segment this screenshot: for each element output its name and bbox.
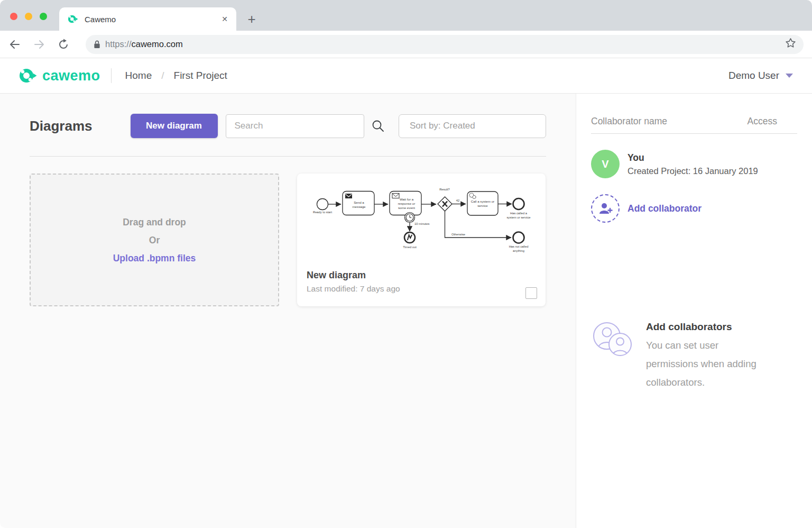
info-text-line2: permissions when adding: [646, 354, 783, 373]
close-window-button[interactable]: [10, 13, 17, 20]
titlebar: Cawemo ✕ +: [0, 0, 812, 31]
new-tab-button[interactable]: +: [242, 7, 261, 31]
diagram-card-checkbox[interactable]: [525, 287, 537, 299]
diagram-list: Drag and drop Or Upload .bpmn files Rea: [30, 174, 546, 306]
cawemo-favicon-icon: [68, 14, 78, 24]
bpmn-start-label: Ready to start: [313, 211, 332, 214]
toolbar-divider: [30, 156, 546, 157]
bpmn-task-send-label2: message: [352, 205, 366, 208]
user-menu[interactable]: Demo User: [728, 70, 793, 81]
bpmn-thumbnail: Ready to start Send a message Wait: [297, 174, 546, 266]
access-header: Access: [748, 116, 797, 127]
bpmn-start-event: [317, 199, 328, 210]
bpmn-task-call-label1: Call a system or: [471, 199, 494, 203]
sort-select[interactable]: Sort by: Created: [399, 114, 546, 138]
bpmn-timer-edge-label: 10 minutes: [414, 222, 429, 225]
new-diagram-button[interactable]: New diagram: [131, 114, 218, 138]
zoom-window-button[interactable]: [40, 13, 47, 20]
app-header: cawemo Home / First Project Demo User: [0, 58, 812, 94]
lock-icon: [93, 40, 101, 49]
info-text-line3: collaborators.: [646, 373, 783, 392]
person-add-icon: [598, 201, 613, 216]
url-text: https://cawemo.com: [105, 39, 183, 49]
diagrams-toolbar: Diagrams New diagram Sort by: Created: [30, 114, 546, 138]
upload-dropzone[interactable]: Drag and drop Or Upload .bpmn files: [30, 174, 279, 306]
info-text: You can set user permissions when adding…: [646, 336, 783, 392]
page-title: Diagrams: [30, 118, 93, 134]
breadcrumb-separator: /: [161, 70, 164, 81]
diagram-card[interactable]: Ready to start Send a message Wait: [297, 174, 546, 306]
collaborator-detail: Created Project: 16 January 2019: [628, 166, 758, 176]
dropzone-text-line1: Drag and drop: [123, 213, 186, 231]
bpmn-end-called-event: [513, 198, 524, 210]
bpmn-end-called-label1: Has called a: [510, 212, 528, 215]
collaborator-row-you: V You Created Project: 16 January 2019: [591, 150, 797, 178]
search-input[interactable]: [226, 114, 364, 138]
breadcrumb-home[interactable]: Home: [125, 70, 152, 81]
bpmn-task-send-label1: Send a: [354, 201, 364, 204]
browser-window: Cawemo ✕ + https://cawemo.com: [0, 0, 812, 528]
breadcrumb-current: First Project: [174, 70, 227, 81]
bpmn-otherwise-label: Otherwise: [451, 233, 465, 236]
info-title: Add collaborators: [646, 321, 783, 333]
bpmn-edge-42-label: 42: [456, 199, 459, 202]
collaborators-group-icon: [591, 321, 634, 359]
avatar: V: [591, 150, 620, 178]
url-scheme: https://: [105, 39, 132, 49]
search-icon[interactable]: [371, 119, 385, 133]
dropzone-text-line2: Or: [149, 231, 160, 249]
bpmn-end-notcalled-event: [513, 232, 524, 243]
collaborator-name-header: Collaborator name: [591, 116, 667, 127]
logo-wordmark: cawemo: [42, 68, 100, 84]
bpmn-task-wait-label2: response or: [398, 202, 416, 205]
tab-title: Cawemo: [85, 15, 116, 24]
page-content: Diagrams New diagram Sort by: Created Dr…: [0, 94, 812, 528]
add-collaborator-button[interactable]: Add collaborator: [591, 194, 797, 223]
window-controls: [10, 13, 47, 20]
bpmn-task-call-label2: service: [477, 204, 488, 207]
add-collaborators-info: Add collaborators You can set user permi…: [591, 321, 797, 392]
chevron-down-icon: [786, 74, 793, 78]
user-menu-label: Demo User: [728, 70, 779, 81]
bpmn-timeout-label: Timed out: [403, 245, 417, 249]
forward-icon[interactable]: [33, 38, 45, 51]
browser-tab[interactable]: Cawemo ✕: [59, 7, 236, 31]
diagram-card-title: New diagram: [307, 270, 546, 281]
cawemo-logo-icon: [19, 68, 37, 84]
diagrams-panel: Diagrams New diagram Sort by: Created Dr…: [0, 94, 576, 528]
collaborators-divider: [591, 133, 797, 134]
minimize-window-button[interactable]: [25, 13, 32, 20]
bookmark-star-icon[interactable]: [785, 38, 796, 51]
collaborators-sidebar: Collaborator name Access V You Created P…: [576, 94, 812, 528]
bpmn-end-notcalled-label1: Has not called: [509, 245, 529, 248]
cawemo-logo[interactable]: cawemo: [19, 68, 100, 84]
tab-close-icon[interactable]: ✕: [222, 15, 228, 23]
collaborator-name: You: [628, 152, 758, 163]
diagram-card-modified: Last modified: 7 days ago: [307, 284, 546, 294]
add-collaborator-circle: [591, 194, 620, 223]
add-collaborator-label: Add collaborator: [628, 203, 702, 214]
header-divider: [111, 68, 112, 83]
bpmn-task-wait-label1: Wait for a: [400, 197, 414, 201]
address-bar[interactable]: https://cawemo.com: [86, 35, 804, 54]
info-text-line1: You can set user: [646, 336, 783, 354]
back-icon[interactable]: [8, 38, 21, 51]
reload-icon[interactable]: [57, 38, 70, 51]
collaborators-header-row: Collaborator name Access: [591, 116, 797, 127]
upload-bpmn-link[interactable]: Upload .bpmn files: [113, 249, 196, 267]
bpmn-end-called-label2: system or service: [506, 216, 530, 219]
url-host: cawemo.com: [132, 39, 183, 49]
browser-navbar: https://cawemo.com: [0, 31, 812, 58]
bpmn-task-wait-label3: some event: [398, 206, 415, 210]
bpmn-end-notcalled-label2: anything: [513, 249, 524, 252]
bpmn-gateway-label: Result?: [439, 188, 450, 191]
